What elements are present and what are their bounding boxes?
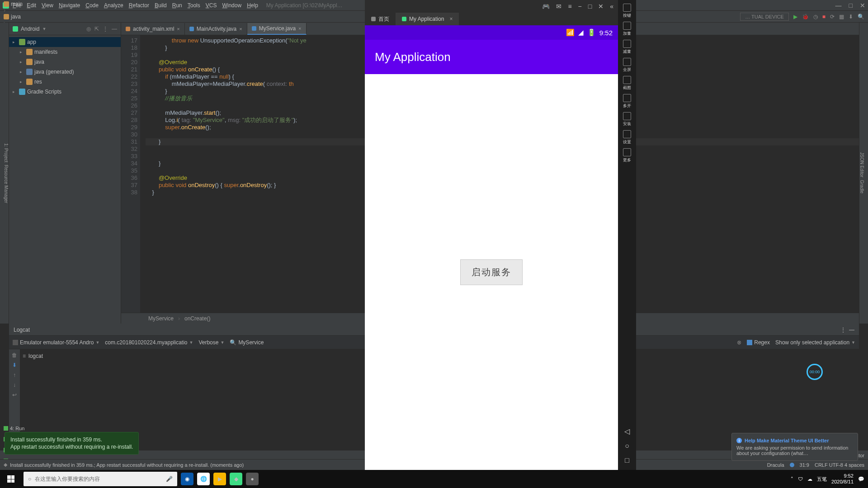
left-toolstrip[interactable]: 1: Project Resource Manager — [0, 23, 9, 324]
menu-tools[interactable]: Tools — [188, 2, 200, 9]
device-screen[interactable]: 📶 ◢ 🔋 9:52 My Application 启动服务 — [365, 25, 618, 470]
windows-search[interactable]: ○ 在这里输入你要搜索的内容 🎤 — [24, 472, 177, 486]
bottom-tool-button[interactable]: 4: Run — [4, 426, 31, 431]
close-tab-icon[interactable]: × — [177, 26, 179, 32]
emu-top-icon[interactable]: ✕ — [598, 3, 604, 10]
hide-icon[interactable]: — — [112, 26, 117, 32]
close-icon[interactable]: × — [449, 16, 453, 22]
target-icon[interactable]: ◎ — [86, 26, 91, 32]
breadcrumb-item[interactable]: java — [4, 14, 51, 20]
mic-icon[interactable]: 🎤 — [166, 476, 173, 482]
tray-cloud-icon[interactable]: ☁ — [807, 476, 812, 482]
avd-icon[interactable]: ▦ — [839, 14, 844, 20]
tree-node[interactable]: ▸Gradle Scripts — [9, 87, 121, 97]
task-android-studio[interactable]: ◆ — [230, 473, 242, 485]
emu-side-button[interactable]: 多开 — [620, 92, 634, 110]
menu-navigate[interactable]: Navigate — [59, 2, 80, 9]
menu-help[interactable]: Help — [247, 2, 258, 9]
emu-top-icon[interactable]: ≡ — [568, 3, 571, 10]
menu-build[interactable]: Build — [155, 2, 167, 9]
settings-icon[interactable]: ⋮ — [103, 26, 108, 32]
emulator-tab[interactable]: My Application× — [396, 13, 459, 25]
emu-top-icon[interactable]: « — [610, 3, 613, 10]
up-icon[interactable]: ↑ — [13, 372, 16, 378]
android-nav-button[interactable]: □ — [625, 456, 629, 465]
emu-top-icon[interactable]: □ — [588, 3, 592, 10]
start-service-button[interactable]: 启动服务 — [460, 259, 523, 285]
menu-vcs[interactable]: VCS — [206, 2, 217, 9]
regex-checkbox[interactable]: Regex — [747, 339, 770, 346]
emu-side-button[interactable]: 全屏 — [620, 56, 634, 74]
search-icon[interactable]: 🔍 — [858, 14, 864, 20]
menu-analyze[interactable]: Analyze — [104, 2, 123, 9]
sync-icon[interactable]: ⟳ — [830, 14, 835, 20]
device-selector[interactable]: … TUAL DEVICE — [740, 13, 789, 21]
close-tab-icon[interactable]: × — [239, 26, 242, 32]
emulator-tab[interactable]: 首页 — [365, 13, 396, 25]
task-edge[interactable]: ◉ — [181, 473, 193, 485]
start-button[interactable] — [0, 470, 22, 488]
emu-top-icon[interactable]: 🎮 — [542, 3, 550, 10]
right-toolstrip[interactable]: JSON Editor Gradle — [859, 23, 868, 324]
editor-tab[interactable]: MyService.java× — [247, 23, 307, 35]
tree-node[interactable]: ▸java — [9, 57, 121, 67]
emu-top-icon[interactable]: − — [578, 3, 582, 10]
minimize-button[interactable]: — — [835, 2, 842, 9]
menu-code[interactable]: Code — [85, 2, 99, 9]
media-clock[interactable]: 00:00 — [807, 364, 823, 380]
wrap-icon[interactable]: ↩ — [12, 392, 17, 398]
filter-input[interactable]: 🔍MyService — [230, 339, 264, 346]
emu-side-button[interactable]: 加量 — [620, 20, 634, 38]
menu-refactor[interactable]: Refactor — [129, 2, 149, 9]
editor-tab[interactable]: MainActivity.java× — [185, 23, 247, 35]
tray-ime[interactable]: 五笔 — [817, 476, 827, 483]
menu-window[interactable]: Window — [222, 2, 241, 9]
tray-security-icon[interactable]: 🛡 — [798, 476, 803, 482]
device-dropdown[interactable]: Emulator emulator-5554 Andro▼ — [13, 339, 99, 346]
tree-node[interactable]: ▸java (generated) — [9, 67, 121, 77]
collapse-icon[interactable]: ⇱ — [94, 26, 99, 32]
emu-side-button[interactable]: 按键 — [620, 2, 634, 20]
emu-side-button[interactable]: 设置 — [620, 128, 634, 146]
run-icon[interactable]: ▶ — [793, 14, 797, 20]
tray-notifications-icon[interactable]: 💬 — [858, 476, 864, 482]
close-button[interactable]: ✕ — [860, 2, 865, 9]
logcat-hide-icon[interactable]: — — [849, 327, 854, 333]
editor-tab[interactable]: activity_main.xml× — [121, 23, 185, 35]
task-app1[interactable]: ▶ — [213, 473, 226, 485]
profile-icon[interactable]: ◷ — [813, 14, 818, 20]
help-popup[interactable]: iHelp Make Material Theme UI Better We a… — [731, 433, 858, 461]
breadcrumb-item[interactable]: main — [4, 1, 51, 7]
close-tab-icon[interactable]: × — [298, 26, 301, 31]
tray-expand-icon[interactable]: ˄ — [791, 476, 793, 482]
crumb-method[interactable]: onCreate() — [184, 315, 210, 322]
debug-icon[interactable]: 🐞 — [802, 14, 809, 20]
tree-node[interactable]: ▸res — [9, 77, 121, 87]
crumb-class[interactable]: MyService — [148, 315, 174, 322]
clear-filter-icon[interactable]: ⊗ — [737, 339, 741, 346]
tree-node[interactable]: ▸manifests — [9, 47, 121, 57]
stop-icon[interactable]: ■ — [822, 14, 826, 20]
down-icon[interactable]: ↓ — [13, 382, 16, 388]
project-view-selector[interactable]: Android — [21, 26, 39, 32]
emu-side-button[interactable]: 截图 — [620, 74, 634, 92]
task-chrome[interactable]: 🌐 — [197, 473, 210, 485]
android-nav-button[interactable]: ○ — [625, 442, 629, 450]
tree-node[interactable]: ▸app — [9, 37, 121, 47]
trash-icon[interactable]: 🗑 — [12, 352, 17, 358]
package-dropdown[interactable]: com.c201801020224.myapplicatio▼ — [105, 339, 193, 346]
emu-side-button[interactable]: 安装 — [620, 110, 634, 128]
task-app2[interactable]: ● — [246, 473, 259, 485]
status-theme[interactable]: Dracula — [767, 462, 784, 468]
logcat-settings-icon[interactable]: ⋮ — [840, 327, 846, 333]
status-encoding[interactable]: CRLF UTF-8 4 spaces — [815, 462, 864, 468]
filter-mode-dropdown[interactable]: Show only selected application▼ — [775, 339, 855, 346]
sdk-icon[interactable]: ⬇ — [849, 14, 853, 20]
maximize-button[interactable]: □ — [849, 2, 853, 9]
emu-top-icon[interactable]: ✉ — [556, 3, 561, 10]
emu-side-button[interactable]: 更多 — [620, 146, 634, 164]
tray-clock[interactable]: 9:522020/8/11 — [831, 473, 854, 485]
emu-side-button[interactable]: 减量 — [620, 38, 634, 56]
scroll-end-icon[interactable]: ⬇ — [12, 362, 17, 368]
level-dropdown[interactable]: Verbose▼ — [198, 339, 224, 346]
